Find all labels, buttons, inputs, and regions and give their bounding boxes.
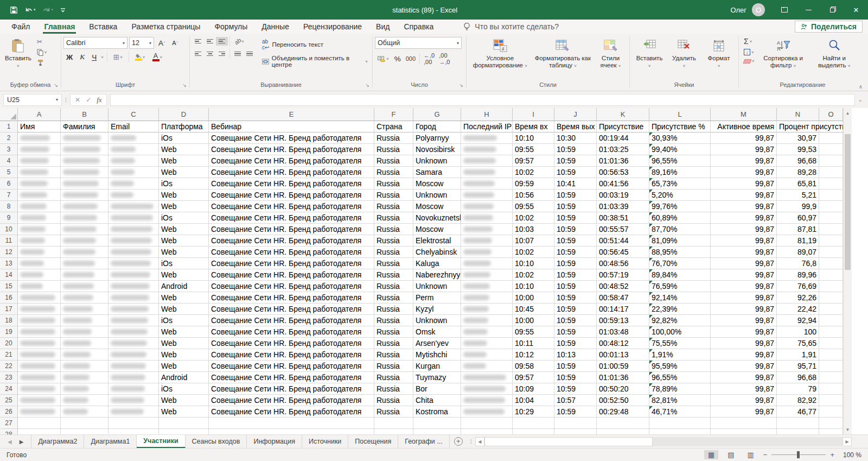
grid-cell-J13[interactable]: 10:59 <box>554 258 597 269</box>
undo-dropdown[interactable]: ▾ <box>34 8 36 12</box>
grid-cell-C20[interactable] <box>108 338 159 349</box>
grid-cell-K1[interactable]: Присутствие <box>597 121 649 132</box>
row-header-8[interactable]: 8 <box>0 201 18 212</box>
grid-cell-F27[interactable] <box>374 418 413 429</box>
increase-decimal-button[interactable]: ←,0,00 <box>422 51 437 66</box>
grid-cell-H6[interactable] <box>461 178 513 190</box>
ribbon-tab-8[interactable]: Справка <box>397 20 441 34</box>
grid-cell-E8[interactable]: Совещание Сети HR. Бренд работодателя <box>209 201 374 212</box>
grid-cell-N8[interactable]: 99,9 <box>777 201 819 212</box>
grid-cell-A28[interactable] <box>18 429 61 434</box>
sheet-tab-4[interactable]: Информация <box>247 435 302 448</box>
comma-style-button[interactable]: 000 <box>404 54 418 63</box>
cancel-formula-icon[interactable]: ✕ <box>75 96 80 104</box>
grid-cell-I16[interactable]: 10:00 <box>513 292 554 304</box>
grid-cell-F19[interactable]: Russia <box>374 326 413 338</box>
grid-cell-E6[interactable]: Совещание Сети HR. Бренд работодателя <box>209 178 374 190</box>
row-header-13[interactable]: 13 <box>0 258 18 269</box>
grid-cell-K21[interactable]: 00:01:13 <box>597 349 649 361</box>
grid-cell-I14[interactable]: 10:02 <box>513 269 554 281</box>
scroll-down-icon[interactable]: ▼ <box>844 425 852 434</box>
grid-cell-I5[interactable]: 10:02 <box>513 167 554 178</box>
grid-cell-M28[interactable] <box>711 429 777 434</box>
grid-cell-E5[interactable]: Совещание Сети HR. Бренд работодателя <box>209 167 374 178</box>
grid-cell-N18[interactable]: 92,94 <box>777 315 819 326</box>
grid-cell-D13[interactable]: iOs <box>159 258 209 269</box>
grid-cell-D5[interactable]: Web <box>159 167 209 178</box>
grid-cell-F14[interactable]: Russia <box>374 269 413 281</box>
grid-cell-C6[interactable] <box>108 178 159 190</box>
grid-cell-N1[interactable]: Процент присутствия <box>777 121 819 132</box>
grid-cell-G15[interactable]: Unknown <box>413 281 461 292</box>
grid-cell-D12[interactable]: Web <box>159 247 209 258</box>
grid-cell-O15[interactable] <box>819 281 843 292</box>
grid-cell-C14[interactable] <box>108 269 159 281</box>
grid-cell-C7[interactable] <box>108 190 159 201</box>
grid-cell-I2[interactable]: 10:10 <box>513 132 554 144</box>
grid-cell-B6[interactable] <box>61 178 108 190</box>
grid-cell-G14[interactable]: Naberezhnyye <box>413 269 461 281</box>
grid-cell-J28[interactable] <box>554 429 597 434</box>
grid-cell-E28[interactable] <box>209 429 374 434</box>
row-header-20[interactable]: 20 <box>0 338 18 349</box>
grid-cell-D16[interactable]: Web <box>159 292 209 304</box>
grid-cell-M8[interactable]: 99,87 <box>711 201 777 212</box>
grid-cell-M18[interactable]: 99,87 <box>711 315 777 326</box>
grid-cell-A21[interactable] <box>18 349 61 361</box>
grid-cell-A12[interactable] <box>18 247 61 258</box>
grid-cell-B27[interactable] <box>61 418 108 429</box>
grid-cell-B19[interactable] <box>61 326 108 338</box>
vertical-scrollbar[interactable]: ▲ ▼ <box>843 108 852 434</box>
grid-cell-J16[interactable]: 10:59 <box>554 292 597 304</box>
grid-cell-N6[interactable]: 65,81 <box>777 178 819 190</box>
customize-qat-button[interactable] <box>58 5 68 15</box>
align-top-button[interactable] <box>192 37 204 46</box>
grid-cell-K15[interactable]: 00:48:52 <box>597 281 649 292</box>
grid-cell-B26[interactable] <box>61 406 108 418</box>
grid-cell-M9[interactable]: 99,87 <box>711 212 777 224</box>
grid-cell-M4[interactable]: 99,87 <box>711 155 777 167</box>
grid-cell-J26[interactable]: 10:59 <box>554 406 597 418</box>
grid-cell-G1[interactable]: Город <box>413 121 461 132</box>
redo-button[interactable]: ▾ <box>40 4 56 15</box>
grid-cell-B5[interactable] <box>61 167 108 178</box>
grid-cell-A26[interactable] <box>18 406 61 418</box>
grid-cell-E1[interactable]: Вебинар <box>209 121 374 132</box>
grid-cell-I11[interactable]: 10:07 <box>513 235 554 247</box>
grid-cell-C16[interactable] <box>108 292 159 304</box>
grid-cell-D25[interactable]: Web <box>159 395 209 406</box>
grid-cell-F1[interactable]: Страна <box>374 121 413 132</box>
grid-cell-I7[interactable]: 10:56 <box>513 190 554 201</box>
enter-formula-icon[interactable]: ✓ <box>86 96 91 104</box>
grid-cell-L16[interactable]: 92,14% <box>649 292 711 304</box>
grid-cell-H15[interactable] <box>461 281 513 292</box>
grid-cell-H16[interactable] <box>461 292 513 304</box>
grid-cell-O24[interactable] <box>819 383 843 395</box>
grid-cell-E10[interactable]: Совещание Сети HR. Бренд работодателя <box>209 224 374 235</box>
grid-cell-E17[interactable]: Совещание Сети HR. Бренд работодателя <box>209 304 374 315</box>
name-box[interactable]: U25▾ <box>3 94 62 106</box>
sheet-tab-6[interactable]: Посещения <box>348 435 398 448</box>
autosum-button[interactable]: Σ˅ <box>742 36 756 47</box>
row-header-6[interactable]: 6 <box>0 178 18 190</box>
row-header-1[interactable]: 1 <box>0 121 18 132</box>
grid-cell-J23[interactable]: 10:59 <box>554 372 597 383</box>
grid-cell-B10[interactable] <box>61 224 108 235</box>
grid-cell-H17[interactable] <box>461 304 513 315</box>
grid-cell-K11[interactable]: 00:51:44 <box>597 235 649 247</box>
grid-cell-A15[interactable] <box>18 281 61 292</box>
grid-cell-O14[interactable] <box>819 269 843 281</box>
grid-cell-A19[interactable] <box>18 326 61 338</box>
grid-cell-O17[interactable] <box>819 304 843 315</box>
grid-cell-D3[interactable]: Web <box>159 144 209 155</box>
grid-cell-L9[interactable]: 60,89% <box>649 212 711 224</box>
row-header-24[interactable]: 24 <box>0 383 18 395</box>
grid-cell-C2[interactable] <box>108 132 159 144</box>
grid-cell-B22[interactable] <box>61 361 108 372</box>
grid-cell-N23[interactable]: 96,68 <box>777 372 819 383</box>
grid-cell-N9[interactable]: 60,97 <box>777 212 819 224</box>
grid-cell-A3[interactable] <box>18 144 61 155</box>
grid-cell-N3[interactable]: 99,53 <box>777 144 819 155</box>
grid-cell-F10[interactable]: Russia <box>374 224 413 235</box>
cut-button[interactable]: ✂ <box>35 37 49 47</box>
